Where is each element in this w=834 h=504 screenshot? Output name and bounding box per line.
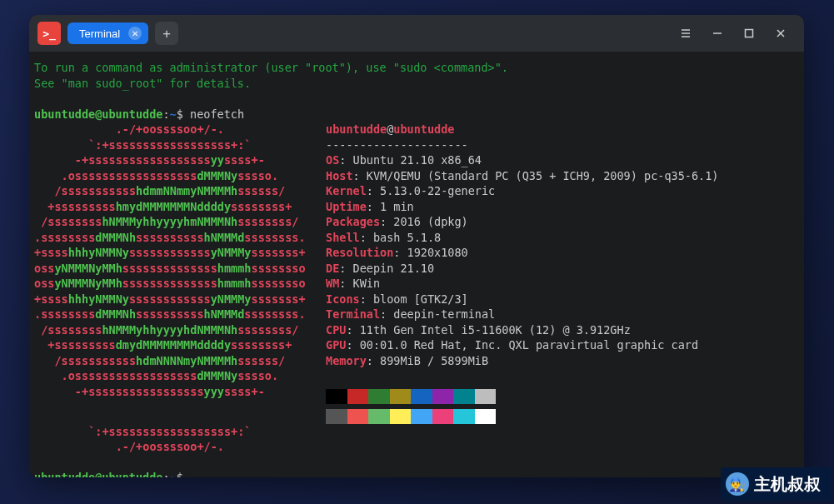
color-swatch bbox=[475, 389, 497, 404]
tab-terminal[interactable]: Terminal ✕ bbox=[67, 22, 148, 44]
window-controls bbox=[679, 27, 796, 40]
prompt-line-2: ubuntudde@ubuntudde:~$ bbox=[34, 471, 190, 477]
tab-close-icon[interactable]: ✕ bbox=[128, 27, 142, 40]
color-swatch bbox=[368, 409, 390, 424]
menu-icon[interactable] bbox=[679, 27, 692, 40]
color-swatch bbox=[411, 409, 432, 424]
color-swatch bbox=[326, 409, 347, 424]
minimize-icon[interactable] bbox=[711, 27, 724, 40]
color-swatch bbox=[453, 389, 475, 404]
color-swatch bbox=[390, 409, 412, 424]
color-swatch bbox=[475, 409, 497, 424]
color-swatch bbox=[432, 389, 454, 404]
tab-label: Terminal bbox=[79, 27, 120, 40]
color-swatch bbox=[411, 389, 432, 404]
color-swatch bbox=[368, 389, 390, 404]
maximize-icon[interactable] bbox=[742, 27, 756, 40]
svg-rect-0 bbox=[746, 30, 753, 37]
titlebar: >_ Terminal ✕ + bbox=[29, 15, 804, 52]
color-swatch bbox=[347, 409, 369, 424]
color-swatch bbox=[432, 409, 454, 424]
color-swatch bbox=[453, 409, 475, 424]
color-swatch bbox=[326, 389, 347, 404]
add-tab-button[interactable]: + bbox=[155, 22, 178, 45]
prompt-line: ubuntudde@ubuntudde:~$ neofetch bbox=[34, 107, 244, 121]
watermark-icon: 👨‍🔧 bbox=[726, 472, 749, 496]
terminal-app-icon: >_ bbox=[37, 22, 61, 45]
color-palette bbox=[326, 389, 799, 404]
close-icon[interactable] bbox=[774, 27, 787, 40]
watermark-badge: 👨‍🔧 主机叔叔 bbox=[721, 467, 831, 501]
watermark-text: 主机叔叔 bbox=[754, 473, 821, 496]
terminal-window: >_ Terminal ✕ + To run a command as admi… bbox=[29, 15, 804, 477]
neofetch-block: .-/+oossssoo+/-.ubuntudde@ubuntudde `:+s… bbox=[34, 122, 799, 455]
color-swatch bbox=[347, 389, 369, 404]
color-swatch bbox=[390, 389, 412, 404]
intro-line-2: See "man sudo_root" for details. bbox=[34, 77, 251, 90]
color-palette bbox=[326, 409, 799, 424]
terminal-output[interactable]: To run a command as administrator (user … bbox=[29, 52, 804, 477]
intro-line-1: To run a command as administrator (user … bbox=[34, 61, 508, 74]
